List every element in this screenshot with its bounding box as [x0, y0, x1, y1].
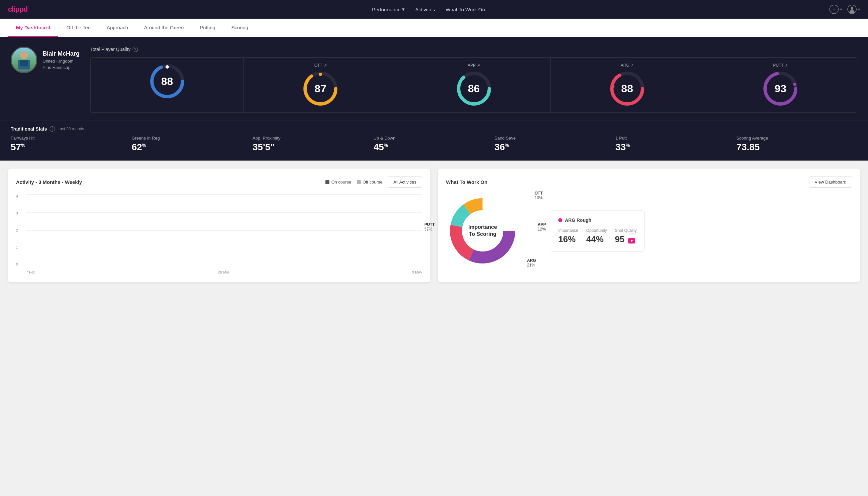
arg-segment-label: ARG 21%: [527, 258, 536, 267]
player-name: Blair McHarg: [43, 50, 80, 57]
player-country: United Kingdom: [43, 59, 80, 64]
score-overall: 88: [91, 58, 244, 112]
user-account-button[interactable]: ▾: [847, 5, 860, 14]
avatar: [11, 47, 37, 73]
player-handicap: Plus Handicap: [43, 65, 80, 70]
stat-greens-in-reg: Greens In Reg 62%: [131, 136, 252, 153]
trad-stats-title: Traditional Stats: [11, 126, 47, 131]
svg-point-3: [851, 7, 853, 10]
stat-fairways-hit: Fairways Hit 57%: [11, 136, 131, 153]
bottom-section: Activity - 3 Months - Weekly On course O…: [0, 160, 868, 290]
score-putt: PUTT ↗ 93: [704, 58, 857, 112]
traditional-stats: Traditional Stats ? Last 20 rounds Fairw…: [0, 121, 868, 160]
metric-opportunity: Opportunity 44%: [586, 228, 607, 245]
tpq-label: Total Player Quality ?: [90, 47, 857, 52]
logo[interactable]: clippd: [8, 5, 28, 14]
score-app: APP ↗ 86: [397, 58, 551, 112]
donut-chart: ImportanceTo Scoring: [446, 194, 519, 267]
panel-metrics: Importance 16% Opportunity 44%: [558, 228, 636, 245]
overall-score: 88: [161, 75, 173, 88]
chart-title: Activity - 3 Months - Weekly: [16, 179, 82, 185]
bars-container: [26, 194, 422, 266]
score-arg: ARG ↗ 88: [551, 58, 704, 112]
tab-bar: My Dashboard Off the Tee Approach Around…: [0, 19, 868, 37]
nav-performance[interactable]: Performance ▾: [372, 6, 405, 12]
info-panel: ARG Rough Importance 16% Opportunity: [550, 211, 645, 251]
stat-1-putt: 1 Putt 33%: [616, 136, 737, 153]
svg-point-5: [20, 52, 28, 59]
activity-chart-card: Activity - 3 Months - Weekly On course O…: [8, 169, 430, 282]
tpq-help-icon[interactable]: ?: [132, 47, 138, 52]
tab-scoring[interactable]: Scoring: [223, 19, 256, 37]
off-course-legend-label: Off course: [363, 180, 383, 185]
player-info: Blair McHarg United Kingdom Plus Handica…: [11, 47, 80, 73]
scores-section: Total Player Quality ? 88: [90, 47, 857, 113]
top-nav: clippd Performance ▾ Activities What To …: [0, 0, 868, 19]
svg-point-19: [611, 84, 615, 88]
nav-right: + ▾ ▾: [830, 5, 860, 14]
svg-point-10: [165, 65, 169, 68]
stats-row: Fairways Hit 57% Greens In Reg 62% App. …: [11, 136, 857, 153]
svg-point-13: [319, 73, 322, 76]
stat-up-down: Up & Down 45%: [373, 136, 494, 153]
app-segment-label: APP 12%: [538, 222, 546, 232]
nav-links: Performance ▾ Activities What To Work On: [372, 6, 485, 12]
metric-shot-quality: Shot Quality 95 ▼: [615, 228, 636, 245]
ott-score: 87: [314, 83, 327, 95]
putt-segment-label: PUTT 57%: [424, 222, 435, 232]
tab-my-dashboard[interactable]: My Dashboard: [8, 19, 58, 37]
chart-area: 4 3 2 1 0 7 Feb 28 Mar 9 May: [16, 194, 422, 274]
y-axis: 4 3 2 1 0: [16, 194, 18, 266]
arg-score: 88: [621, 83, 633, 95]
tab-off-the-tee[interactable]: Off the Tee: [58, 19, 99, 37]
score-ott: OTT ↗ 87: [244, 58, 397, 112]
all-activities-button[interactable]: All Activities: [388, 176, 422, 188]
on-course-legend-dot: [326, 180, 329, 184]
x-axis: 7 Feb 28 Mar 9 May: [26, 270, 422, 274]
work-title: What To Work On: [446, 179, 487, 185]
tab-putting[interactable]: Putting: [192, 19, 223, 37]
donut-center-label: ImportanceTo Scoring: [468, 224, 497, 238]
app-score: 86: [468, 83, 480, 95]
view-dashboard-button[interactable]: View Dashboard: [809, 176, 852, 188]
ott-segment-label: OTT 10%: [535, 191, 542, 200]
tab-around-the-green[interactable]: Around the Green: [136, 19, 191, 37]
panel-dot: [558, 218, 562, 222]
tab-approach[interactable]: Approach: [99, 19, 136, 37]
off-course-legend-dot: [357, 180, 361, 184]
stat-sand-save: Sand Save 36%: [495, 136, 616, 153]
work-on-card: What To Work On View Dashboard: [438, 169, 860, 282]
svg-text:+: +: [832, 6, 835, 12]
score-cards: 88 OTT ↗ 87: [90, 57, 857, 113]
work-content: ImportanceTo Scoring OTT 10% APP 12% ARG…: [446, 194, 852, 267]
stat-scoring-average: Scoring Average 73.85: [737, 136, 857, 153]
svg-rect-7: [20, 60, 28, 67]
chart-legend: On course Off course: [326, 180, 383, 185]
hero-section: Blair McHarg United Kingdom Plus Handica…: [0, 37, 868, 121]
nav-activities[interactable]: Activities: [415, 7, 435, 12]
trad-stats-help-icon[interactable]: ?: [50, 126, 55, 131]
on-course-legend-label: On course: [331, 180, 351, 185]
shot-quality-badge: ▼: [628, 238, 635, 244]
metric-importance: Importance 16%: [558, 228, 578, 245]
svg-point-16: [487, 90, 491, 94]
trad-stats-subtitle: Last 20 rounds: [58, 127, 84, 131]
stat-app-proximity: App. Proximity 35'5": [252, 136, 373, 153]
nav-what-to-work-on[interactable]: What To Work On: [446, 7, 485, 12]
svg-point-22: [793, 83, 796, 86]
add-button[interactable]: + ▾: [830, 5, 842, 14]
panel-title: ARG Rough: [565, 218, 591, 223]
putt-score: 93: [775, 83, 787, 95]
